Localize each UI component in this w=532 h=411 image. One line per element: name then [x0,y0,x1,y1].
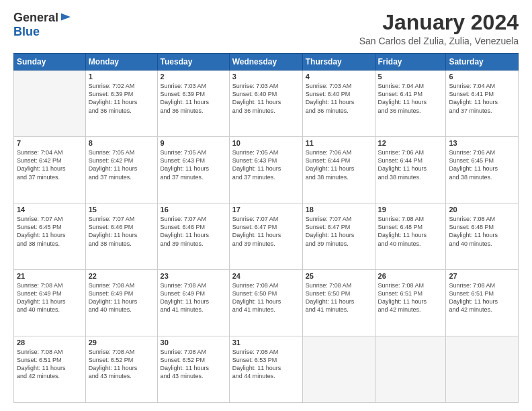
day-number: 26 [378,272,443,280]
cell-content: Sunrise: 7:08 AM Sunset: 6:50 PM Dayligh… [306,281,372,314]
calendar-cell: 16Sunrise: 7:07 AM Sunset: 6:46 PM Dayli… [157,203,229,270]
svg-marker-0 [61,13,71,20]
logo-general-text: General [13,11,58,25]
day-number: 30 [161,338,226,347]
cell-content: Sunrise: 7:08 AM Sunset: 6:49 PM Dayligh… [89,281,154,314]
cell-content: Sunrise: 7:07 AM Sunset: 6:45 PM Dayligh… [17,215,83,248]
weekday-header-wednesday: Wednesday [229,54,302,71]
calendar-cell: 14Sunrise: 7:07 AM Sunset: 6:45 PM Dayli… [14,203,86,270]
calendar-cell: 24Sunrise: 7:08 AM Sunset: 6:50 PM Dayli… [229,270,302,336]
calendar-cell: 6Sunrise: 7:04 AM Sunset: 6:41 PM Daylig… [446,71,519,137]
day-number: 10 [232,139,300,147]
day-number: 15 [89,205,154,214]
cell-content: Sunrise: 7:03 AM Sunset: 6:39 PM Dayligh… [161,82,226,115]
day-number: 28 [17,338,83,347]
weekday-header-friday: Friday [375,54,446,71]
cell-content: Sunrise: 7:08 AM Sunset: 6:50 PM Dayligh… [232,281,300,314]
calendar-cell: 26Sunrise: 7:08 AM Sunset: 6:51 PM Dayli… [375,270,446,336]
cell-content: Sunrise: 7:07 AM Sunset: 6:46 PM Dayligh… [161,215,226,248]
calendar-cell: 13Sunrise: 7:06 AM Sunset: 6:45 PM Dayli… [446,137,519,203]
calendar-cell: 31Sunrise: 7:08 AM Sunset: 6:53 PM Dayli… [229,336,302,403]
calendar-cell: 5Sunrise: 7:04 AM Sunset: 6:41 PM Daylig… [375,71,446,137]
cell-content: Sunrise: 7:04 AM Sunset: 6:41 PM Dayligh… [378,82,443,115]
cell-content: Sunrise: 7:03 AM Sunset: 6:40 PM Dayligh… [232,82,300,115]
calendar-cell: 11Sunrise: 7:06 AM Sunset: 6:44 PM Dayli… [302,137,375,203]
day-number: 5 [378,73,443,81]
cell-content: Sunrise: 7:08 AM Sunset: 6:53 PM Dayligh… [232,348,300,381]
calendar-cell: 19Sunrise: 7:08 AM Sunset: 6:48 PM Dayli… [375,203,446,270]
logo-flag-icon [60,12,72,24]
calendar-cell: 2Sunrise: 7:03 AM Sunset: 6:39 PM Daylig… [157,71,229,137]
logo: General Blue [13,11,72,39]
cell-content: Sunrise: 7:07 AM Sunset: 6:46 PM Dayligh… [89,215,154,248]
week-row-5: 28Sunrise: 7:08 AM Sunset: 6:51 PM Dayli… [14,336,519,403]
calendar-cell: 9Sunrise: 7:05 AM Sunset: 6:43 PM Daylig… [157,137,229,203]
day-number: 19 [378,205,443,214]
calendar-cell: 10Sunrise: 7:05 AM Sunset: 6:43 PM Dayli… [229,137,302,203]
cell-content: Sunrise: 7:05 AM Sunset: 6:42 PM Dayligh… [89,148,154,181]
calendar-cell [14,71,86,137]
day-number: 13 [449,139,515,147]
weekday-header-thursday: Thursday [302,54,375,71]
cell-content: Sunrise: 7:08 AM Sunset: 6:48 PM Dayligh… [449,215,515,248]
cell-content: Sunrise: 7:06 AM Sunset: 6:45 PM Dayligh… [449,148,515,181]
calendar-cell: 28Sunrise: 7:08 AM Sunset: 6:51 PM Dayli… [14,336,86,403]
cell-content: Sunrise: 7:06 AM Sunset: 6:44 PM Dayligh… [378,148,443,181]
day-number: 27 [449,272,515,280]
day-number: 1 [89,73,154,81]
cell-content: Sunrise: 7:08 AM Sunset: 6:48 PM Dayligh… [378,215,443,248]
cell-content: Sunrise: 7:08 AM Sunset: 6:52 PM Dayligh… [161,348,226,381]
day-number: 22 [89,272,154,280]
day-number: 25 [306,272,372,280]
calendar-cell: 22Sunrise: 7:08 AM Sunset: 6:49 PM Dayli… [85,270,157,336]
cell-content: Sunrise: 7:08 AM Sunset: 6:51 PM Dayligh… [449,281,515,314]
week-row-1: 1Sunrise: 7:02 AM Sunset: 6:39 PM Daylig… [14,71,519,137]
cell-content: Sunrise: 7:03 AM Sunset: 6:40 PM Dayligh… [306,82,372,115]
day-number: 29 [89,338,154,347]
calendar-cell: 23Sunrise: 7:08 AM Sunset: 6:49 PM Dayli… [157,270,229,336]
cell-content: Sunrise: 7:06 AM Sunset: 6:44 PM Dayligh… [306,148,372,181]
calendar-cell [446,336,519,403]
calendar-subtitle: San Carlos del Zulia, Zulia, Venezuela [359,36,519,46]
cell-content: Sunrise: 7:02 AM Sunset: 6:39 PM Dayligh… [89,82,154,115]
calendar-cell: 29Sunrise: 7:08 AM Sunset: 6:52 PM Dayli… [85,336,157,403]
cell-content: Sunrise: 7:07 AM Sunset: 6:47 PM Dayligh… [232,215,300,248]
calendar-title: January 2024 [359,11,519,34]
logo-blue-text: Blue [13,25,40,39]
day-number: 31 [232,338,300,347]
calendar-table: SundayMondayTuesdayWednesdayThursdayFrid… [13,53,519,403]
day-number: 14 [17,205,83,214]
calendar-cell: 7Sunrise: 7:04 AM Sunset: 6:42 PM Daylig… [14,137,86,203]
calendar-cell: 17Sunrise: 7:07 AM Sunset: 6:47 PM Dayli… [229,203,302,270]
day-number: 21 [17,272,83,280]
calendar-cell: 18Sunrise: 7:07 AM Sunset: 6:47 PM Dayli… [302,203,375,270]
day-number: 20 [449,205,515,214]
calendar-cell [375,336,446,403]
week-row-2: 7Sunrise: 7:04 AM Sunset: 6:42 PM Daylig… [14,137,519,203]
calendar-cell: 25Sunrise: 7:08 AM Sunset: 6:50 PM Dayli… [302,270,375,336]
day-number: 2 [161,73,226,81]
cell-content: Sunrise: 7:08 AM Sunset: 6:49 PM Dayligh… [161,281,226,314]
header-right: January 2024 San Carlos del Zulia, Zulia… [359,11,519,46]
cell-content: Sunrise: 7:05 AM Sunset: 6:43 PM Dayligh… [232,148,300,181]
calendar-cell: 1Sunrise: 7:02 AM Sunset: 6:39 PM Daylig… [85,71,157,137]
day-number: 12 [378,139,443,147]
weekday-header-row: SundayMondayTuesdayWednesdayThursdayFrid… [14,54,519,71]
calendar-cell: 4Sunrise: 7:03 AM Sunset: 6:40 PM Daylig… [302,71,375,137]
calendar-cell: 15Sunrise: 7:07 AM Sunset: 6:46 PM Dayli… [85,203,157,270]
page: General Blue January 2024 San Carlos del… [0,0,532,411]
cell-content: Sunrise: 7:04 AM Sunset: 6:42 PM Dayligh… [17,148,83,181]
day-number: 6 [449,73,515,81]
cell-content: Sunrise: 7:08 AM Sunset: 6:49 PM Dayligh… [17,281,83,314]
calendar-cell: 20Sunrise: 7:08 AM Sunset: 6:48 PM Dayli… [446,203,519,270]
calendar-cell: 3Sunrise: 7:03 AM Sunset: 6:40 PM Daylig… [229,71,302,137]
day-number: 9 [161,139,226,147]
day-number: 24 [232,272,300,280]
day-number: 3 [232,73,300,81]
day-number: 7 [17,139,83,147]
header: General Blue January 2024 San Carlos del… [13,11,519,46]
weekday-header-sunday: Sunday [14,54,86,71]
cell-content: Sunrise: 7:05 AM Sunset: 6:43 PM Dayligh… [161,148,226,181]
cell-content: Sunrise: 7:08 AM Sunset: 6:52 PM Dayligh… [89,348,154,381]
day-number: 17 [232,205,300,214]
